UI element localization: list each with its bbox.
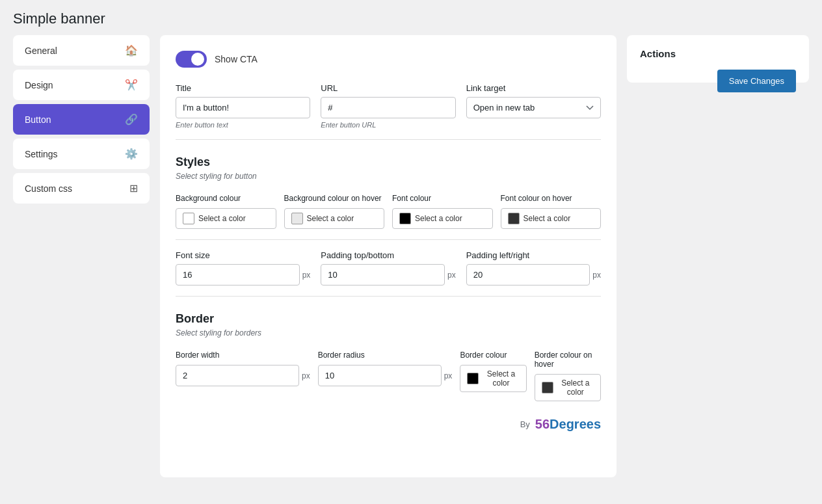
sidebar-item-general[interactable]: General 🏠 xyxy=(13,35,150,66)
border-width-input[interactable] xyxy=(176,365,299,386)
bg-colour-hover-group: Background colour on hover Select a colo… xyxy=(284,194,385,229)
brand-56: 56 xyxy=(535,417,550,431)
gear-icon: ⚙️ xyxy=(125,148,138,160)
table-icon: ⊞ xyxy=(129,182,138,194)
sidebar-item-button[interactable]: Button 🔗 xyxy=(13,104,150,135)
title-hint: Enter button text xyxy=(176,121,310,129)
font-colour-swatch xyxy=(399,213,411,224)
link-target-select[interactable]: Open in new tab Open in same tab xyxy=(466,97,601,118)
sidebar-item-settings[interactable]: Settings ⚙️ xyxy=(13,139,150,169)
sidebar: General 🏠 Design ✂️ Button 🔗 Settings ⚙️… xyxy=(13,35,150,477)
font-size-input[interactable] xyxy=(176,264,300,285)
bg-colour-label: Background colour xyxy=(176,194,276,203)
border-radius-input[interactable] xyxy=(318,365,442,386)
font-colour-hover-btn-label: Select a color xyxy=(524,214,571,223)
bg-colour-hover-swatch xyxy=(291,213,303,224)
padding-tb-group: Padding top/bottom px xyxy=(321,250,455,285)
title-field-group: Title Enter button text xyxy=(176,83,310,129)
padding-lr-unit: px xyxy=(592,271,601,280)
border-radius-unit: px xyxy=(444,371,453,380)
url-input[interactable] xyxy=(321,97,455,118)
font-size-group: Font size px xyxy=(176,250,310,285)
border-colour-hover-btn-label: Select a color xyxy=(557,378,594,397)
font-colour-hover-label: Font colour on hover xyxy=(501,194,602,203)
by-label: By xyxy=(520,419,530,429)
border-colour-hover-swatch xyxy=(542,382,553,393)
border-colour-label: Border colour xyxy=(460,351,526,360)
bg-colour-picker[interactable]: Select a color xyxy=(176,208,276,229)
sidebar-item-design[interactable]: Design ✂️ xyxy=(13,70,150,100)
page-title: Simple banner xyxy=(0,0,822,35)
border-colour-hover-picker[interactable]: Select a color xyxy=(535,374,601,401)
footer-brand: By 56Degrees xyxy=(176,417,601,432)
border-colour-hover-label: Border colour on hover xyxy=(535,351,601,369)
url-hint: Enter button URL xyxy=(321,121,455,129)
scissors-icon: ✂️ xyxy=(125,79,138,91)
border-width-group: Border width px xyxy=(176,351,310,401)
link-icon: 🔗 xyxy=(125,113,138,126)
font-colour-hover-picker[interactable]: Select a color xyxy=(501,208,602,229)
padding-lr-input-wrap: px xyxy=(466,264,601,285)
sidebar-item-button-label: Button xyxy=(25,114,51,125)
border-colour-picker[interactable]: Select a color xyxy=(460,365,526,392)
font-size-input-wrap: px xyxy=(176,264,310,285)
styles-section-hint: Select styling for button xyxy=(176,172,601,181)
padding-tb-unit: px xyxy=(447,271,456,280)
font-size-label: Font size xyxy=(176,250,310,260)
border-width-input-wrap: px xyxy=(176,365,310,386)
border-colour-swatch xyxy=(467,373,479,384)
basic-fields-row: Title Enter button text URL Enter button… xyxy=(176,83,601,129)
border-width-unit: px xyxy=(302,371,310,380)
padding-lr-input[interactable] xyxy=(466,264,590,285)
padding-tb-input[interactable] xyxy=(321,264,445,285)
content-panel: Show CTA Title Enter button text URL Ent… xyxy=(160,35,616,477)
sidebar-item-custom-css-label: Custom css xyxy=(25,183,72,194)
sidebar-item-general-label: General xyxy=(25,46,57,56)
bg-colour-swatch xyxy=(183,213,194,224)
home-icon: 🏠 xyxy=(125,44,138,57)
save-changes-button[interactable]: Save Changes xyxy=(717,70,796,92)
font-colour-picker[interactable]: Select a color xyxy=(392,208,493,229)
border-colour-btn-label: Select a color xyxy=(483,369,519,388)
border-colour-group: Border colour Select a color xyxy=(460,351,526,401)
numeric-fields-row: Font size px Padding top/bottom px Paddi… xyxy=(176,250,601,285)
sidebar-item-custom-css[interactable]: Custom css ⊞ xyxy=(13,173,150,204)
border-colour-hover-group: Border colour on hover Select a color xyxy=(535,351,601,401)
title-input[interactable] xyxy=(176,97,310,118)
styles-section-title: Styles xyxy=(176,155,601,169)
border-radius-input-wrap: px xyxy=(318,365,453,386)
bg-colour-hover-btn-label: Select a color xyxy=(307,214,354,223)
url-label: URL xyxy=(321,83,455,93)
padding-tb-label: Padding top/bottom xyxy=(321,250,455,260)
font-colour-btn-label: Select a color xyxy=(415,214,462,223)
show-cta-row: Show CTA xyxy=(176,51,601,68)
bg-colour-group: Background colour Select a color xyxy=(176,194,276,229)
bg-colour-btn-label: Select a color xyxy=(198,214,246,223)
border-section-hint: Select styling for borders xyxy=(176,328,601,338)
border-section-title: Border xyxy=(176,312,601,326)
brand-degrees: Degrees xyxy=(550,417,601,431)
actions-panel: Actions Save Changes xyxy=(627,35,809,83)
link-target-field-group: Link target Open in new tab Open in same… xyxy=(466,83,601,129)
border-width-label: Border width xyxy=(176,351,310,360)
font-colour-label: Font colour xyxy=(392,194,493,203)
link-target-label: Link target xyxy=(466,83,601,93)
font-colour-group: Font colour Select a color xyxy=(392,194,493,229)
border-radius-label: Border radius xyxy=(318,351,453,360)
bg-colour-hover-picker[interactable]: Select a color xyxy=(284,208,385,229)
actions-title: Actions xyxy=(640,48,796,59)
padding-lr-group: Padding left/right px xyxy=(466,250,601,285)
sidebar-item-settings-label: Settings xyxy=(25,149,58,159)
show-cta-toggle[interactable] xyxy=(176,51,207,68)
right-panel: Actions Save Changes xyxy=(627,35,809,477)
sidebar-item-design-label: Design xyxy=(25,80,53,90)
border-fields-grid: Border width px Border radius px Border … xyxy=(176,351,601,401)
font-colour-hover-swatch xyxy=(508,213,520,224)
padding-tb-input-wrap: px xyxy=(321,264,455,285)
url-field-group: URL Enter button URL xyxy=(321,83,455,129)
show-cta-label: Show CTA xyxy=(215,54,258,64)
bg-colour-hover-label: Background colour on hover xyxy=(284,194,385,203)
font-colour-hover-group: Font colour on hover Select a color xyxy=(501,194,602,229)
title-label: Title xyxy=(176,83,310,93)
font-size-unit: px xyxy=(302,271,311,280)
